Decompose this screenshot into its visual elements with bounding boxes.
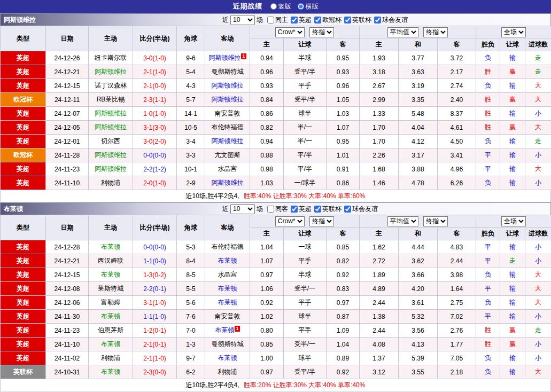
- away-team-cell: 布伦特福德: [205, 240, 250, 254]
- league-cell: 英超: [1, 135, 46, 148]
- layout-radio[interactable]: 横版: [298, 2, 319, 11]
- filter-checkbox-label: 球会友谊: [382, 15, 408, 25]
- euro-draw-odds-cell: 3.19: [399, 79, 438, 93]
- corners-cell: 5-4: [177, 65, 205, 79]
- euro-draw-odds-cell: 4.13: [399, 338, 438, 351]
- date-cell: 24-11-10: [46, 338, 89, 351]
- asia-home-odds-cell: 1.04: [250, 240, 284, 254]
- goals-result-cell: 大: [525, 268, 551, 282]
- score-cell: 1-1(0-0): [133, 254, 177, 268]
- result-cell: 负: [476, 51, 500, 65]
- date-cell: 24-11-02: [46, 351, 89, 365]
- date-cell: 24-12-11: [46, 93, 89, 107]
- home-team-cell: 纽卡斯尔联: [89, 51, 133, 65]
- home-team-cell: 阿斯顿维拉: [89, 162, 133, 176]
- home-team-cell: 利物浦: [89, 176, 133, 190]
- filter-checkbox-input[interactable]: [314, 17, 321, 23]
- date-cell: 24-12-21: [46, 65, 89, 79]
- euro-away-odds-cell: 8.37: [438, 107, 476, 121]
- goals-result-cell: 大: [525, 296, 551, 310]
- match-row: 英超24-12-28布莱顿0-0(0-0)5-3布伦特福德1.04一球0.851…: [1, 240, 551, 254]
- scope-select[interactable]: 全场: [501, 216, 526, 226]
- handicap-cell: 平/半: [284, 148, 327, 162]
- score-cell: 2-1(1-0): [133, 351, 177, 365]
- filter-checkbox[interactable]: 同客: [265, 205, 288, 214]
- filter-checkbox-input[interactable]: [314, 206, 321, 213]
- home-team-cell: 阿斯顿维拉: [89, 121, 133, 135]
- filter-checkbox[interactable]: 球会友谊: [342, 205, 378, 214]
- match-count-select[interactable]: 10: [230, 15, 255, 25]
- col-header-euro-draw: 和: [399, 228, 438, 240]
- filter-checkbox[interactable]: 英联杯: [312, 205, 342, 214]
- euro-draw-odds-cell: 5.48: [399, 107, 438, 121]
- asia-odds-controls: Crow* 终指: [250, 215, 360, 228]
- col-header-home: 主场: [89, 215, 133, 240]
- euro-away-odds-cell: 3.72: [438, 51, 476, 65]
- layout-radio-input[interactable]: [298, 3, 304, 10]
- corners-cell: 7-0: [177, 324, 205, 338]
- handicap-cell: 半/一: [284, 135, 327, 148]
- match-row: 英超24-12-08莱斯特城2-2(0-1)5-5布莱顿1.06受半/一0.83…: [1, 282, 551, 296]
- asia-away-odds-cell: 0.92: [327, 268, 360, 282]
- filter-checkbox[interactable]: 英超: [288, 15, 312, 25]
- goals-result-cell: 小: [525, 148, 551, 162]
- filter-checkbox-label: 英超: [299, 205, 312, 214]
- match-row: 英超24-11-10利物浦2-0(1-0)2-9阿斯顿维拉1.03一/球半0.8…: [1, 176, 551, 190]
- filter-checkbox-input[interactable]: [291, 206, 298, 213]
- euro-away-odds-cell: 2.17: [438, 65, 476, 79]
- euro-odds-source-select[interactable]: 平均值: [387, 216, 418, 226]
- filter-checkbox[interactable]: 英联杯: [342, 15, 371, 25]
- match-row: 英超24-11-02利物浦2-1(1-0)9-7布莱顿1.00球半0.891.3…: [1, 351, 551, 365]
- handicap-result-cell: 输: [500, 310, 525, 324]
- euro-draw-odds-cell: 3.56: [399, 324, 438, 338]
- filter-checkbox-input[interactable]: [267, 17, 274, 23]
- league-cell: 英超: [1, 254, 46, 268]
- team-section: 阿斯顿维拉 近 10 场 同主英超欧冠杯英联杯球会友谊 类型 日期 主场 比: [0, 13, 551, 202]
- handicap-result-cell: 赢: [500, 93, 525, 107]
- filter-checkbox[interactable]: 球会友谊: [371, 15, 408, 25]
- result-cell: 平: [476, 254, 500, 268]
- col-header-away: 客场: [205, 26, 250, 51]
- date-cell: 24-11-30: [46, 310, 89, 324]
- filter-checkbox[interactable]: 英超: [288, 205, 312, 214]
- filter-unit-label: 场: [257, 15, 263, 25]
- euro-away-odds-cell: 4.50: [438, 135, 476, 148]
- euro-odds-controls: 平均值 终指: [360, 215, 476, 228]
- asia-odds-time-select[interactable]: 终指: [309, 27, 334, 37]
- layout-radio-input[interactable]: [270, 3, 277, 10]
- filter-checkbox-input[interactable]: [267, 206, 274, 213]
- col-header-asia-away: 客: [327, 38, 360, 51]
- layout-radio[interactable]: 竖版: [270, 2, 291, 11]
- euro-odds-source-select[interactable]: 平均值: [387, 27, 418, 37]
- asia-odds-time-select[interactable]: 终指: [309, 216, 334, 226]
- euro-draw-odds-cell: 5.39: [399, 351, 438, 365]
- result-cell: 胜: [476, 338, 500, 351]
- goals-result-cell: 小: [525, 240, 551, 254]
- home-team-cell: 布莱顿: [89, 240, 133, 254]
- asia-away-odds-cell: 0.95: [327, 135, 360, 148]
- goals-result-cell: 小: [525, 338, 551, 351]
- filter-checkbox-input[interactable]: [374, 17, 381, 23]
- goals-result-cell: 走: [525, 324, 551, 338]
- summary-row: 近10场,胜2平4负4, 胜率:20% 让胜率:30% 大率:40% 单率:40…: [0, 379, 551, 391]
- filter-checkbox[interactable]: 同主: [265, 15, 288, 25]
- col-header-score: 比分(半场): [133, 26, 177, 51]
- asia-odds-source-select[interactable]: Crow*: [275, 216, 305, 226]
- score-cell: 2-2(0-1): [133, 282, 177, 296]
- away-team-cell: 布伦特福德: [205, 121, 250, 135]
- handicap-result-cell: 输: [500, 268, 525, 282]
- match-count-select[interactable]: 10: [230, 204, 255, 214]
- handicap-cell: 半球: [284, 51, 327, 65]
- result-cell: 负: [476, 351, 500, 365]
- filter-checkbox-input[interactable]: [344, 17, 351, 23]
- euro-odds-time-select[interactable]: 终指: [423, 216, 448, 226]
- asia-odds-source-select[interactable]: Crow*: [275, 27, 305, 37]
- euro-odds-time-select[interactable]: 终指: [423, 27, 448, 37]
- filter-checkbox-input[interactable]: [344, 206, 351, 213]
- filter-checkbox[interactable]: 欧冠杯: [312, 15, 342, 25]
- scope-select[interactable]: 全场: [501, 27, 526, 37]
- away-team-cell: 尤文图斯: [205, 148, 250, 162]
- filter-checkbox-input[interactable]: [291, 17, 298, 23]
- match-row: 英超24-12-06富勒姆3-1(1-0)5-6布莱顿0.92平手0.972.4…: [1, 296, 551, 310]
- filter-near-label: 近: [222, 205, 229, 214]
